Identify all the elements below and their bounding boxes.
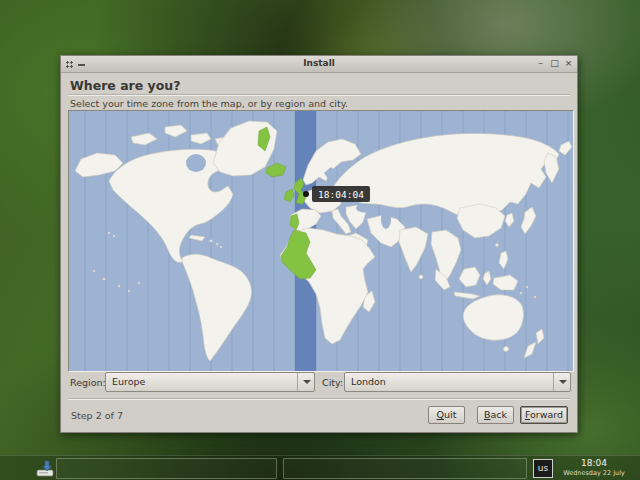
minimize-button[interactable]: – <box>535 57 546 70</box>
footer-separator <box>68 398 570 400</box>
install-window: Install – □ × Where are you? Select your… <box>60 55 578 433</box>
clock-applet[interactable]: 18:04 Wednesday 22 July <box>556 458 632 478</box>
chevron-down-icon <box>297 373 314 391</box>
maximize-button[interactable]: □ <box>549 57 560 70</box>
back-label: ack <box>490 409 507 420</box>
time-tooltip-text: 18:04:04 <box>318 189 364 200</box>
quit-mnemonic: Q <box>437 409 444 420</box>
clock-date: Wednesday 22 July <box>556 469 632 478</box>
forward-label: orward <box>530 409 563 420</box>
desktop: { "window": { "title": "Install", "contr… <box>0 0 640 480</box>
city-label: City: <box>322 377 343 388</box>
keyboard-layout-indicator[interactable]: us <box>533 459 553 478</box>
region-dropdown[interactable]: Europe <box>105 372 315 392</box>
taskbar-window-button[interactable] <box>283 458 527 479</box>
quit-label: uit <box>444 409 456 420</box>
city-marker <box>303 191 309 197</box>
back-button[interactable]: Back <box>477 406 514 424</box>
city-dropdown[interactable]: London <box>344 372 571 392</box>
region-value: Europe <box>112 376 145 387</box>
city-value: London <box>351 376 386 387</box>
window-title: Install <box>61 58 577 68</box>
taskbar-window-button[interactable] <box>56 458 277 479</box>
chevron-down-icon <box>553 373 570 391</box>
install-disk-icon <box>35 460 55 478</box>
region-label: Region: <box>70 377 106 388</box>
time-tooltip: 18:04:04 <box>312 186 370 202</box>
taskbar: us 18:04 Wednesday 22 July <box>0 455 640 480</box>
quit-button[interactable]: Quit <box>428 406 465 424</box>
close-button[interactable]: × <box>563 57 574 70</box>
header-separator <box>68 94 570 96</box>
page-title: Where are you? <box>70 78 180 93</box>
window-titlebar[interactable]: Install – □ × <box>61 56 577 73</box>
window-controls: – □ × <box>535 57 574 70</box>
clock-time: 18:04 <box>556 458 632 469</box>
step-indicator: Step 2 of 7 <box>71 410 123 421</box>
forward-button[interactable]: Forward <box>520 406 568 424</box>
timezone-map[interactable]: 18:04:04 <box>68 110 574 372</box>
page-subtitle: Select your time zone from the map, or b… <box>70 98 348 109</box>
